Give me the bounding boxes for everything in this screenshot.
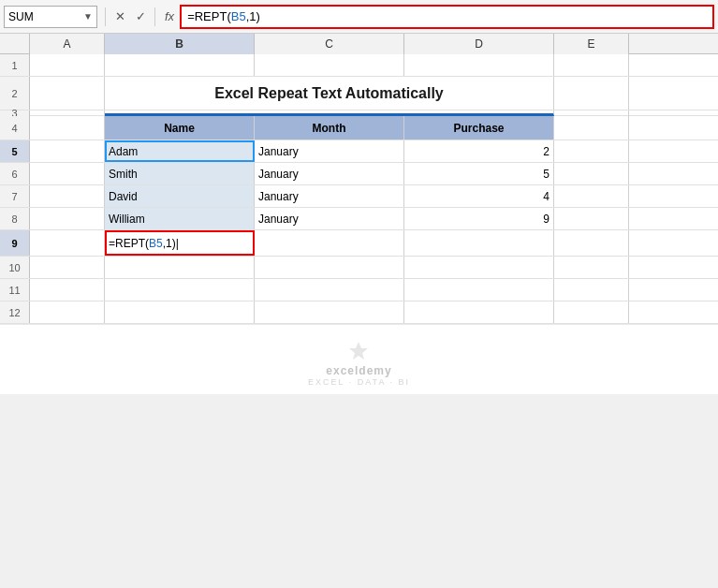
cell-a1[interactable] bbox=[30, 54, 105, 76]
cell-a6[interactable] bbox=[30, 163, 105, 184]
cell-c4[interactable]: Month bbox=[255, 116, 404, 140]
cell-a8[interactable] bbox=[30, 208, 105, 229]
table-row: 8 William January 9 bbox=[0, 208, 718, 230]
watermark-area: exceldemy EXCEL · DATA · BI bbox=[0, 324, 718, 394]
row-num-4: 4 bbox=[0, 116, 30, 140]
row-num-8: 8 bbox=[0, 208, 30, 229]
watermark-tagline: EXCEL · DATA · BI bbox=[308, 377, 410, 387]
formula-text: =REPT(B5,1) bbox=[187, 9, 260, 23]
cell-d1[interactable] bbox=[404, 54, 554, 76]
header-purchase: Purchase bbox=[453, 122, 504, 135]
cell-a4[interactable] bbox=[30, 116, 105, 140]
col-header-c[interactable]: C bbox=[255, 34, 404, 54]
table-row: 5 Adam January 2 bbox=[0, 140, 718, 163]
cell-c9[interactable] bbox=[255, 230, 404, 256]
cell-a9[interactable] bbox=[30, 230, 105, 256]
cell-e5[interactable] bbox=[554, 140, 629, 162]
watermark: exceldemy EXCEL · DATA · BI bbox=[308, 340, 410, 387]
col-header-a[interactable]: A bbox=[30, 34, 105, 54]
formula-divider-1 bbox=[105, 7, 106, 26]
row-num-6: 6 bbox=[0, 163, 30, 184]
confirm-button[interactable]: ✓ bbox=[130, 7, 151, 27]
cell-e2[interactable] bbox=[554, 77, 629, 110]
cell-c7-value: January bbox=[258, 190, 299, 203]
row-num-11: 11 bbox=[0, 279, 30, 301]
cell-e8[interactable] bbox=[554, 208, 629, 229]
cell-b6-value: Smith bbox=[109, 168, 138, 181]
cell-d5[interactable]: 2 bbox=[404, 140, 554, 162]
cell-b6[interactable]: Smith bbox=[105, 163, 255, 184]
cell-b8-value: William bbox=[109, 213, 145, 226]
cell-b12[interactable] bbox=[105, 301, 255, 323]
cell-b2-merged[interactable]: Excel Repeat Text Automatically bbox=[105, 77, 554, 110]
cell-b5[interactable]: Adam bbox=[105, 140, 255, 162]
cell-e1[interactable] bbox=[554, 54, 629, 76]
row-num-5: 5 bbox=[0, 140, 30, 162]
cell-d6-value: 5 bbox=[543, 168, 549, 181]
row-num-1: 1 bbox=[0, 54, 30, 76]
cell-a2[interactable] bbox=[30, 77, 105, 110]
cell-b10[interactable] bbox=[105, 257, 255, 278]
cell-b7[interactable]: David bbox=[105, 185, 255, 207]
cell-a11[interactable] bbox=[30, 279, 105, 301]
watermark-brand: exceldemy bbox=[326, 364, 391, 377]
col-headers: A B C D E bbox=[0, 34, 718, 54]
cell-d7[interactable]: 4 bbox=[404, 185, 554, 207]
row-num-9: 9 bbox=[0, 230, 30, 256]
cell-b8[interactable]: William bbox=[105, 208, 255, 229]
cell-a12[interactable] bbox=[30, 301, 105, 323]
cell-e12[interactable] bbox=[554, 301, 629, 323]
col-header-e[interactable]: E bbox=[554, 34, 629, 54]
header-month: Month bbox=[313, 122, 346, 135]
table-row: 7 David January 4 bbox=[0, 185, 718, 208]
cell-d5-value: 2 bbox=[543, 145, 549, 158]
cell-c1[interactable] bbox=[255, 54, 404, 76]
col-header-d[interactable]: D bbox=[404, 34, 554, 54]
cell-e11[interactable] bbox=[554, 279, 629, 301]
cell-d12[interactable] bbox=[404, 301, 554, 323]
fx-label: fx bbox=[165, 9, 174, 23]
cell-c6-value: January bbox=[258, 168, 299, 181]
cell-a10[interactable] bbox=[30, 257, 105, 278]
sheet-container: A B C D E 1 2 Excel Repeat Text Automati… bbox=[0, 34, 718, 324]
cell-e9[interactable] bbox=[554, 230, 629, 256]
row-num-10: 10 bbox=[0, 257, 30, 278]
table-row: 12 bbox=[0, 301, 718, 324]
cell-e7[interactable] bbox=[554, 185, 629, 207]
cell-e6[interactable] bbox=[554, 163, 629, 184]
cell-e10[interactable] bbox=[554, 257, 629, 278]
cell-c6[interactable]: January bbox=[255, 163, 404, 184]
name-box[interactable]: SUM ▼ bbox=[4, 6, 97, 28]
cell-b4[interactable]: Name bbox=[105, 116, 255, 140]
table-row: 6 Smith January 5 bbox=[0, 163, 718, 185]
cell-c8[interactable]: January bbox=[255, 208, 404, 229]
cell-b11[interactable] bbox=[105, 279, 255, 301]
cell-b5-value: Adam bbox=[109, 145, 138, 158]
cell-a5[interactable] bbox=[30, 140, 105, 162]
cell-d9[interactable] bbox=[404, 230, 554, 256]
table-row: 10 bbox=[0, 257, 718, 279]
name-box-dropdown-icon[interactable]: ▼ bbox=[83, 11, 93, 22]
cell-c12[interactable] bbox=[255, 301, 404, 323]
cell-d8[interactable]: 9 bbox=[404, 208, 554, 229]
cell-b7-value: David bbox=[109, 190, 138, 203]
cell-e4[interactable] bbox=[554, 116, 629, 140]
cell-d6[interactable]: 5 bbox=[404, 163, 554, 184]
svg-marker-0 bbox=[349, 342, 368, 360]
cell-c5-value: January bbox=[258, 145, 299, 158]
cell-d10[interactable] bbox=[404, 257, 554, 278]
cell-c11[interactable] bbox=[255, 279, 404, 301]
formula-input[interactable]: =REPT(B5,1) bbox=[180, 5, 714, 29]
cell-b1[interactable] bbox=[105, 54, 255, 76]
table-row: 1 bbox=[0, 54, 718, 77]
cell-d4[interactable]: Purchase bbox=[404, 116, 554, 140]
cell-c10[interactable] bbox=[255, 257, 404, 278]
cell-d11[interactable] bbox=[404, 279, 554, 301]
cell-b9[interactable]: =REPT(B5,1)| bbox=[105, 230, 255, 256]
row-num-header bbox=[0, 34, 30, 53]
cell-a7[interactable] bbox=[30, 185, 105, 207]
cancel-button[interactable]: ✕ bbox=[110, 7, 130, 27]
cell-c7[interactable]: January bbox=[255, 185, 404, 207]
cell-c5[interactable]: January bbox=[255, 140, 404, 162]
col-header-b[interactable]: B bbox=[105, 34, 255, 54]
